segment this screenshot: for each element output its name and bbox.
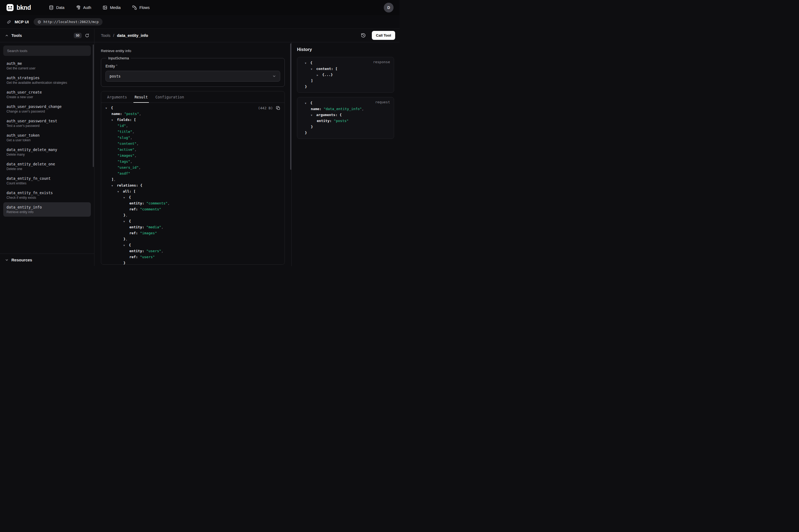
bknd-logo-icon [6, 3, 14, 12]
history-panel: History response ▼{▼content: [▶{...}]} r… [291, 42, 400, 266]
mcp-bar: MCP UI http://localhost:28623/mcp [0, 15, 400, 29]
tools-panel-title: Tools [12, 33, 22, 38]
tool-name: data_entity_fn_count [6, 176, 88, 180]
caret-expanded-icon[interactable]: ▼ [117, 189, 123, 195]
tool-description: Retrieve entity info [6, 210, 88, 214]
caret-expanded-icon[interactable]: ▼ [311, 66, 316, 72]
history-entry-request[interactable]: request ▼{name: "data_entity_info",▼argu… [297, 97, 394, 139]
history-request-json: ▼{name: "data_entity_info",▼arguments: {… [301, 100, 391, 136]
json-line: ▼{ [101, 218, 285, 224]
tool-list-item[interactable]: auth_me Get the current user [3, 59, 91, 73]
tab-result[interactable]: Result [131, 91, 152, 102]
tool-list-item[interactable]: auth_strategies Get the available authen… [3, 73, 91, 87]
brand-logo[interactable]: bknd [6, 3, 31, 12]
sidebar-scrollbar-thumb[interactable] [93, 44, 94, 167]
resources-title: Resources [12, 258, 32, 262]
json-line: ▼{ [301, 60, 391, 66]
json-line: }, [101, 212, 285, 218]
refresh-icon [85, 33, 89, 38]
section-header-row: Tools 50 Tools / data_entity_info Call T… [0, 29, 400, 42]
tools-sidebar: auth_me Get the current user auth_strate… [0, 42, 94, 266]
mcp-url-pill[interactable]: http://localhost:28623/mcp [34, 18, 102, 25]
tool-list-item[interactable]: data_entity_info Retrieve entity info [3, 202, 91, 217]
tool-name: auth_user_token [6, 133, 88, 137]
breadcrumb-section[interactable]: Tools [101, 33, 110, 38]
caret-collapsed-icon[interactable]: ▶ [317, 72, 322, 78]
top-navbar: bknd Data Auth Medi [0, 0, 400, 15]
nav-item-auth[interactable]: Auth [72, 3, 95, 12]
json-line: }, [101, 236, 285, 242]
nav-item-flows[interactable]: Flows [128, 3, 153, 12]
json-line: "content", [101, 141, 285, 147]
tool-description: Change a user's password [6, 110, 88, 113]
tool-name: data_entity_delete_one [6, 162, 88, 166]
tool-list-item[interactable]: auth_user_password_test Test a user's pa… [3, 116, 91, 130]
tool-list-item[interactable]: auth_user_password_change Change a user'… [3, 102, 91, 116]
json-line: ▼{ [101, 194, 285, 201]
tool-description: Get the available authentication strateg… [6, 81, 88, 84]
json-line: ref: "users" [101, 254, 285, 260]
caret-expanded-icon[interactable]: ▼ [123, 195, 129, 201]
caret-expanded-icon[interactable]: ▼ [123, 218, 129, 225]
link-icon [6, 20, 12, 24]
caret-expanded-icon[interactable]: ▼ [311, 112, 316, 118]
history-entry-response[interactable]: response ▼{▼content: [▶{...}]} [297, 57, 394, 93]
tab-arguments[interactable]: Arguments [103, 91, 131, 102]
fingerprint-icon [76, 5, 81, 10]
caret-expanded-icon[interactable]: ▼ [305, 100, 310, 106]
tool-description: Delete many [6, 153, 88, 156]
tool-list-item[interactable]: data_entity_delete_many Delete many [3, 145, 91, 159]
nav-item-media[interactable]: Media [99, 3, 125, 12]
json-line: } [301, 124, 391, 130]
tool-name: auth_user_password_test [6, 119, 88, 123]
tool-list-item[interactable]: data_entity_delete_one Delete one [3, 159, 91, 173]
caret-expanded-icon[interactable]: ▼ [123, 242, 129, 248]
search-input[interactable] [3, 45, 91, 56]
tool-list-item[interactable]: data_entity_fn_count Count entities [3, 173, 91, 188]
tool-description: Delete one [6, 167, 88, 171]
user-avatar[interactable]: D [384, 3, 394, 13]
chevron-up-icon[interactable] [5, 34, 9, 37]
history-title: History [297, 47, 394, 52]
caret-expanded-icon[interactable]: ▼ [112, 183, 117, 189]
tool-list-item[interactable]: data_entity_fn_exists Check if entity ex… [3, 188, 91, 202]
history-toggle-button[interactable] [360, 32, 366, 38]
tab-configuration[interactable]: Configuration [152, 91, 188, 102]
json-line: } [101, 260, 285, 266]
caret-expanded-icon[interactable]: ▼ [106, 105, 111, 111]
result-json-tree: ▼{name: "posts",▼fields: ["id","title","… [101, 105, 285, 266]
caret-expanded-icon[interactable]: ▼ [305, 60, 310, 66]
json-line: "tags", [101, 159, 285, 165]
chevron-down-icon [5, 258, 9, 262]
tool-description: Check if entity exists [6, 196, 88, 200]
nav-item-label: Flows [139, 5, 150, 10]
call-tool-button[interactable]: Call Tool [372, 31, 395, 40]
json-line: "asdf" [101, 171, 285, 176]
nav-item-data[interactable]: Data [45, 3, 68, 12]
tool-list-item[interactable]: auth_user_token Get a user token [3, 130, 91, 145]
json-line: "images", [101, 153, 285, 159]
nav-item-label: Data [56, 5, 64, 10]
main-scrollbar-thumb[interactable] [290, 43, 291, 170]
json-line: ▼content: [ [301, 66, 391, 72]
tool-detail-panel: Retrieve entity info InputSchema Entity … [94, 42, 291, 266]
main-nav: Data Auth Media Flow [45, 3, 153, 12]
tool-description: Create a new user [6, 95, 88, 99]
entity-select[interactable]: posts [106, 71, 280, 82]
entity-select-value: posts [110, 74, 272, 78]
json-line: "title", [101, 129, 285, 135]
resources-section-header[interactable]: Resources [0, 253, 94, 266]
tool-description-text: Retrieve entity info [101, 49, 285, 53]
result-tabs: Arguments Result Configuration [101, 91, 285, 103]
json-line: ▼arguments: { [301, 112, 391, 118]
required-marker: * [116, 64, 117, 68]
tool-name: auth_me [6, 61, 88, 65]
refresh-tools-button[interactable] [84, 33, 90, 38]
tool-list-item[interactable]: auth_user_create Create a new user [3, 87, 91, 102]
history-clock-icon [361, 33, 366, 38]
json-line: "id", [101, 123, 285, 129]
nav-item-label: Auth [83, 5, 91, 10]
json-line: } [301, 130, 391, 136]
caret-expanded-icon[interactable]: ▼ [112, 117, 117, 123]
json-line: entity: "users", [101, 248, 285, 254]
